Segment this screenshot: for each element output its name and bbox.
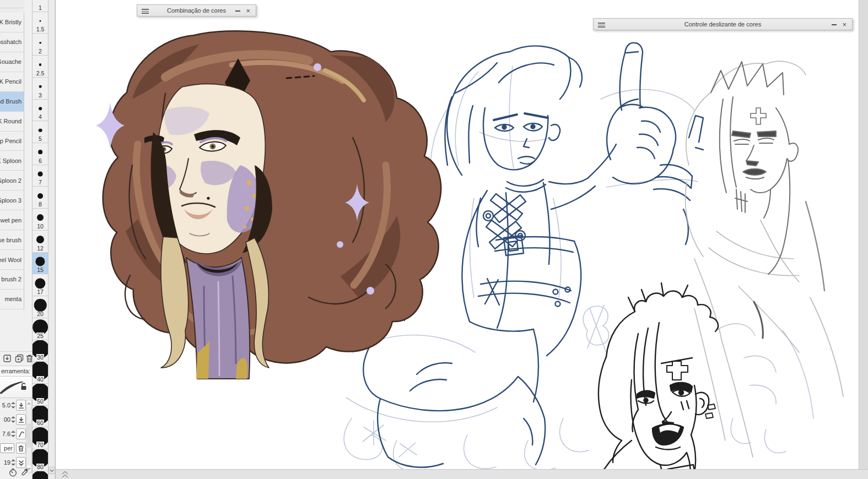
tool-label: erramenta: (1, 368, 30, 374)
spinner-arrows[interactable] (11, 429, 15, 438)
brush-size-item[interactable]: 60 (33, 406, 48, 428)
wrench-icon[interactable] (19, 468, 29, 479)
size-dot (38, 172, 43, 177)
brush-list-item[interactable]: K Round (0, 112, 24, 132)
brush-list-item[interactable]: Gouache (0, 52, 24, 72)
setting-value[interactable]: 19 (0, 458, 10, 467)
brush-size-item[interactable]: 1.5 (33, 12, 48, 34)
brush-size-item[interactable]: 2.5 (33, 56, 48, 78)
setting-text-field[interactable]: per (0, 443, 14, 453)
brush-size-item[interactable]: 8 (33, 187, 48, 209)
brush-label: Gouache (0, 58, 21, 65)
brush-label: wet pen (0, 217, 21, 224)
brush-size-item[interactable]: 2 (33, 34, 48, 56)
size-label: 1.5 (33, 26, 48, 32)
brush-list-item[interactable]: wet pen (0, 210, 24, 230)
brush-size-item[interactable]: 5 (33, 121, 48, 143)
brush-size-item[interactable]: 15 (33, 253, 48, 275)
duplicate-icon[interactable] (14, 353, 24, 363)
brush-size-item[interactable]: 17 (33, 274, 48, 296)
brush-actions-toolbar (0, 351, 32, 365)
spinner-arrows[interactable] (11, 415, 15, 424)
size-dot (36, 236, 44, 243)
setting-value[interactable]: 7.6 (0, 429, 10, 438)
painted-portrait (103, 31, 441, 379)
brush-size-item[interactable]: 6 (33, 143, 48, 165)
brush-list-item[interactable]: menta (0, 290, 24, 309)
size-label: 15 (33, 266, 48, 273)
close-icon[interactable]: × (246, 6, 250, 15)
import-icon[interactable] (2, 353, 12, 363)
size-dot (39, 63, 41, 66)
brush-size-item[interactable]: 1 (33, 0, 48, 12)
canvas-horizontal-scrollbar[interactable] (56, 469, 868, 479)
color-slider-panel[interactable]: Controle deslizante de cores × (593, 18, 853, 30)
size-label: 30 (33, 354, 48, 361)
brush-label: K Round (0, 118, 21, 124)
brush-list-item[interactable]: MK Bristly (0, 13, 24, 32)
minimize-icon[interactable] (832, 24, 837, 25)
brush-size-item[interactable]: 40 (33, 362, 48, 384)
size-label: 3 (33, 92, 48, 99)
chevron-up-icon (27, 402, 31, 405)
size-label: 4 (33, 113, 48, 120)
size-label: 1 (33, 4, 48, 11)
setting-value[interactable]: 00 (0, 415, 10, 424)
brush-size-item[interactable]: 12 (33, 231, 48, 253)
brush-size-item[interactable]: 10 (33, 209, 48, 231)
size-list-scrollbar[interactable] (48, 0, 55, 479)
brush-list-item[interactable]: e brush 2 (0, 270, 24, 290)
setting-value[interactable]: 5.0 (0, 401, 10, 410)
brush-list-item[interactable]: Sploon 2 (0, 171, 24, 190)
brush-size-item[interactable]: 30 (33, 340, 48, 362)
artwork (56, 0, 868, 469)
brush-list-item[interactable]: se brush (0, 230, 24, 250)
lock-open-icon[interactable] (20, 382, 28, 390)
double-chevron-up-icon[interactable] (61, 471, 69, 478)
scroll-up-button[interactable] (26, 400, 31, 407)
brush-list-item[interactable]: nd Brush (0, 92, 24, 112)
canvas[interactable]: Combinação de cores × Controle deslizant… (56, 0, 868, 469)
spinner-arrows[interactable] (11, 458, 15, 467)
spinner-arrows[interactable] (11, 401, 15, 410)
brush-list-item[interactable]: osshatch (0, 32, 24, 52)
size-label: 17 (33, 289, 48, 295)
canvas-right-gutter (859, 0, 868, 469)
color-blend-panel[interactable]: Combinação de cores × (137, 4, 256, 17)
brush-size-item[interactable]: 70 (33, 427, 48, 449)
brush-label: se brush (0, 237, 21, 243)
brush-label: Sploon 2 (0, 177, 21, 184)
brush-size-item[interactable]: 4 (33, 100, 48, 122)
brush-list-item[interactable]: Sploon 3 (0, 190, 24, 210)
tool-header[interactable]: erramenta: M (0, 366, 32, 377)
scrollbar-thumb[interactable] (27, 423, 31, 448)
close-icon[interactable]: × (842, 20, 847, 29)
size-label: 20 (33, 311, 48, 317)
size-label: 2 (33, 48, 48, 55)
brush-size-item[interactable]: 7 (33, 165, 48, 187)
brush-list-item[interactable]: K Sploon (0, 151, 24, 171)
trash-button[interactable] (16, 443, 26, 454)
download-button[interactable] (16, 400, 26, 411)
size-label: 12 (33, 245, 48, 252)
minimize-icon[interactable] (235, 10, 240, 12)
timer-icon[interactable] (8, 468, 18, 479)
pressure-curve-button[interactable] (16, 428, 26, 439)
delete-icon[interactable] (24, 353, 34, 363)
brush-list-item[interactable]: rp Pencil (0, 132, 24, 151)
brush-label: nd Brush (0, 98, 21, 105)
brush-size-item[interactable]: 20 (33, 296, 48, 318)
brush-size-item[interactable]: 50 (33, 384, 48, 406)
brush-list-item[interactable]: eel Wool (0, 250, 24, 270)
download-button[interactable] (16, 414, 26, 425)
brush-list-item[interactable]: IK Pencil (0, 72, 24, 92)
double-chevron-down-button[interactable] (16, 457, 26, 468)
brush-size-item[interactable]: 25 (33, 318, 48, 340)
brush-size-item[interactable]: 3 (33, 78, 48, 100)
brush-label: osshatch (0, 39, 21, 45)
brush-list-header (0, 0, 24, 13)
panel-canvas-divider (55, 0, 56, 479)
settings-scrollbar[interactable] (26, 400, 32, 472)
brush-stroke-preview[interactable] (0, 377, 32, 398)
size-scroll-down-button[interactable] (48, 467, 55, 474)
